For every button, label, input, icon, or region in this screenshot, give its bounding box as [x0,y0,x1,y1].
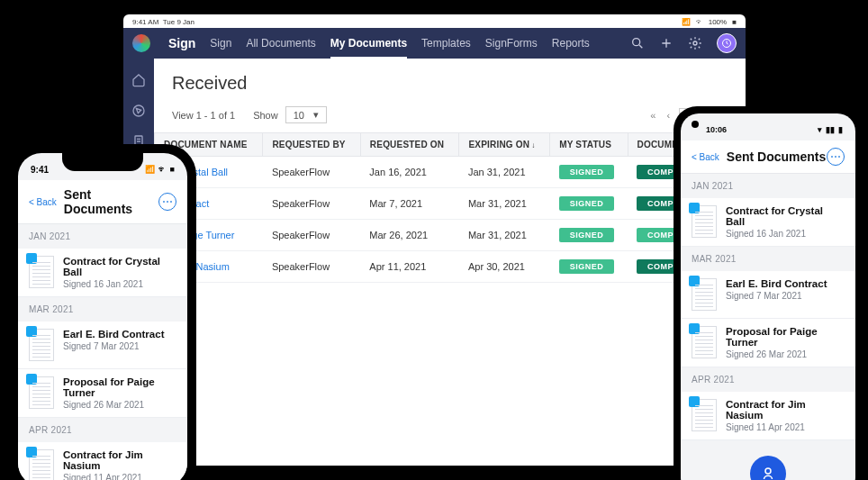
status-time: 9:41 [31,165,49,175]
month-header: JAN 2021 [18,224,187,249]
tablet-device: 9:41 AM Tue 9 Jan 📶 ᯤ 100% ■ Sign Sign A… [104,0,765,480]
nav-reports[interactable]: Reports [552,37,590,50]
plus-icon[interactable] [659,36,674,50]
svg-point-4 [693,41,697,45]
nav-templates[interactable]: Templates [421,37,471,50]
app-brand: Sign [168,36,195,50]
wifi-icon: ▾ [818,125,822,134]
signal-icon: 📶 [145,165,155,174]
col-requested-on[interactable]: REQUESTED ON [360,133,459,157]
back-button[interactable]: < Back [692,152,719,162]
document-thumbnail-icon [29,376,54,409]
doc-subtitle: Signed 26 Mar 2021 [63,400,176,410]
phone-left-list[interactable]: JAN 2021Contract for Crystal BallSigned … [18,224,187,480]
tablet-status-bar: 9:41 AM Tue 9 Jan 📶 ᯤ 100% ■ [123,14,746,28]
gear-icon[interactable] [688,36,702,50]
main-content: Received View 1 - 1 of 1 Show 10 ▾ [154,59,746,466]
home-icon[interactable] [131,73,146,87]
requested-by: SpeakerFlow [263,188,360,220]
requested-by: SpeakerFlow [263,157,360,188]
phone-right-device: 10:06 ▾ ▮▮ ▮ < Back Sent Documents ⋯ JAN… [674,106,863,480]
list-item[interactable]: Proposal for Paige TurnerSigned 26 Mar 2… [18,369,187,418]
expiring-on: Mar 31, 2021 [459,220,550,251]
doc-subtitle: Signed 16 Jan 2021 [726,229,845,239]
list-item[interactable]: Contract for Jim NasiumSigned 11 Apr 202… [18,442,187,480]
list-item[interactable]: Contract for Crystal BallSigned 16 Jan 2… [681,198,855,247]
pager-prev[interactable]: ‹ [665,110,672,121]
doc-title: Contract for Jim Nasium [726,399,845,421]
svg-point-0 [633,39,640,46]
table-row[interactable]: for Jim NasiumSpeakerFlowApr 11, 2021Apr… [155,251,746,283]
nav-signforms[interactable]: SignForms [485,37,538,50]
status-time: 10:06 [706,125,727,134]
doc-title: Contract for Jim Nasium [63,449,176,471]
month-header: APR 2021 [18,418,187,442]
expiring-on: Mar 31, 2021 [459,188,550,220]
phone-left-screen: 9:41 📶 ᯤ ■ < Back Sent Documents ⋯ JAN 2… [18,153,187,480]
doc-subtitle: Signed 16 Jan 2021 [63,279,176,289]
document-thumbnail-icon [692,278,717,311]
expiring-on: Jan 31, 2021 [459,157,550,188]
my-status: SIGNED [550,251,628,283]
user-avatar[interactable] [717,33,737,53]
doc-title: Proposal for Paige Turner [726,326,845,348]
battery-icon: ■ [732,18,737,26]
list-controls: View 1 - 1 of 1 Show 10 ▾ « ‹ 1 [154,103,746,132]
phone-left-header: < Back Sent Documents ⋯ [18,180,187,224]
compass-icon[interactable] [131,104,146,118]
svg-line-1 [639,45,642,48]
table-row[interactable]: for Crystal BallSpeakerFlowJan 16, 2021J… [155,157,746,188]
col-my-status[interactable]: MY STATUS [550,133,628,157]
svg-point-10 [765,468,771,474]
table-row[interactable]: for Paige TurnerSpeakerFlowMar 26, 2021M… [155,220,746,251]
requested-by: SpeakerFlow [263,220,360,251]
month-header: JAN 2021 [681,174,855,198]
my-status: SIGNED [550,157,628,188]
list-item[interactable]: Proposal for Paige TurnerSigned 26 Mar 2… [681,319,855,367]
my-status: SIGNED [550,220,628,251]
document-thumbnail-icon [29,329,54,361]
show-label: Show [253,110,278,121]
more-button[interactable]: ⋯ [158,193,176,211]
svg-point-6 [133,105,144,116]
doc-subtitle: Signed 7 Mar 2021 [63,341,164,351]
list-item[interactable]: Contract for Crystal BallSigned 16 Jan 2… [18,249,187,297]
signal-icon: ▮▮ [826,125,835,134]
my-status: SIGNED [550,188,628,220]
document-thumbnail-icon [692,399,717,431]
phone-right-list[interactable]: JAN 2021Contract for Crystal BallSigned … [681,174,855,480]
doc-title: Earl E. Bird Contract [63,329,164,340]
document-thumbnail-icon [692,205,717,238]
phone-title: Sent Documents [64,187,158,216]
requested-on: Mar 7, 2021 [360,188,459,220]
expiring-on: Apr 30, 2021 [459,251,550,283]
nav-all-documents[interactable]: All Documents [246,37,315,50]
doc-title: Earl E. Bird Contract [726,278,827,289]
search-icon[interactable] [630,36,645,50]
doc-subtitle: Signed 11 Apr 2021 [63,473,176,480]
list-item[interactable]: Contract for Jim NasiumSigned 11 Apr 202… [681,392,855,440]
more-button[interactable]: ⋯ [827,148,845,166]
doc-subtitle: Signed 11 Apr 2021 [726,422,845,432]
chevron-down-icon: ▾ [313,109,319,121]
list-item[interactable]: Earl E. Bird ContractSigned 7 Mar 2021 [681,271,855,319]
col-requested-by[interactable]: REQUESTED BY [263,133,360,157]
month-header: MAR 2021 [18,297,187,322]
table-row[interactable]: d ContractSpeakerFlowMar 7, 2021Mar 31, … [155,188,746,220]
doc-subtitle: Signed 7 Mar 2021 [726,291,827,301]
doc-title: Proposal for Paige Turner [63,376,176,398]
page-size-select[interactable]: 10 ▾ [285,106,327,123]
list-item[interactable]: Earl E. Bird ContractSigned 7 Mar 2021 [18,322,187,369]
nav-my-documents[interactable]: My Documents [330,37,407,59]
back-button[interactable]: < Back [29,197,57,207]
nav-sign[interactable]: Sign [210,37,231,50]
pager-first[interactable]: « [648,110,657,121]
col-expiring-on[interactable]: EXPIRING ON↓ [459,133,550,157]
notch [62,153,143,171]
doc-subtitle: Signed 26 Mar 2021 [726,349,845,359]
phone-title: Sent Documents [727,149,827,164]
wifi-icon: ᯤ [696,18,703,26]
phone-left-device: 9:41 📶 ᯤ ■ < Back Sent Documents ⋯ JAN 2… [9,144,196,480]
battery-icon: ▮ [838,125,843,134]
documents-table: DOCUMENT NAME REQUESTED BY REQUESTED ON … [154,132,746,283]
